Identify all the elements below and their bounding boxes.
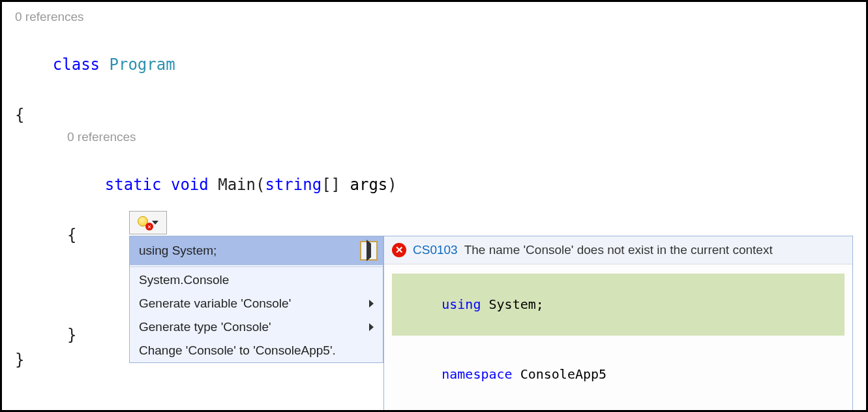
- error-code[interactable]: CS0103: [413, 243, 458, 257]
- quickfix-item-change-to[interactable]: Change 'Console' to 'ConsoleApp5'.: [130, 339, 383, 362]
- quickfix-item-label: Change 'Console' to 'ConsoleApp5'.: [139, 343, 336, 358]
- chevron-down-icon: [152, 221, 158, 225]
- chevron-right-icon: [369, 323, 374, 331]
- quickfix-item-label: Generate type 'Console': [139, 320, 271, 334]
- quickfix-item-label: System.Console: [139, 273, 229, 287]
- quickfix-item-system-console[interactable]: System.Console: [130, 268, 383, 292]
- lightbulb-button[interactable]: ✕: [129, 211, 167, 234]
- preview-header: ✕ CS0103 The name 'Console' does not exi…: [384, 236, 852, 264]
- quickfix-item-using-system[interactable]: using System;: [130, 236, 383, 265]
- codelens-references[interactable]: 0 references: [15, 127, 853, 147]
- quickfix-item-generate-type[interactable]: Generate type 'Console': [130, 315, 383, 339]
- chevron-right-icon: [367, 240, 371, 261]
- preview-body: using System; namespace ConsoleApp5 ...: [384, 264, 852, 412]
- preview-ellipsis: ...: [392, 405, 845, 412]
- error-icon: ✕: [392, 243, 406, 257]
- chevron-right-icon: [369, 300, 374, 308]
- preview-context-line: namespace ConsoleApp5: [392, 343, 845, 405]
- error-message: The name 'Console' does not exist in the…: [464, 243, 773, 257]
- code-line: class Program: [15, 27, 853, 102]
- preview-panel: ✕ CS0103 The name 'Console' does not exi…: [383, 236, 853, 412]
- lightbulb-error-icon: ✕: [138, 216, 151, 229]
- menu-separator: [130, 266, 383, 267]
- code-line: {: [15, 103, 853, 127]
- codelens-references[interactable]: 0 references: [15, 7, 853, 27]
- submenu-indicator[interactable]: [360, 241, 378, 261]
- quickfix-item-label: using System;: [139, 244, 217, 258]
- quickfix-item-label: Generate variable 'Console': [139, 296, 291, 311]
- preview-added-line: using System;: [392, 274, 845, 336]
- quickfix-item-generate-variable[interactable]: Generate variable 'Console': [130, 292, 383, 315]
- quickfix-menu: using System; System.Console Generate va…: [129, 236, 383, 363]
